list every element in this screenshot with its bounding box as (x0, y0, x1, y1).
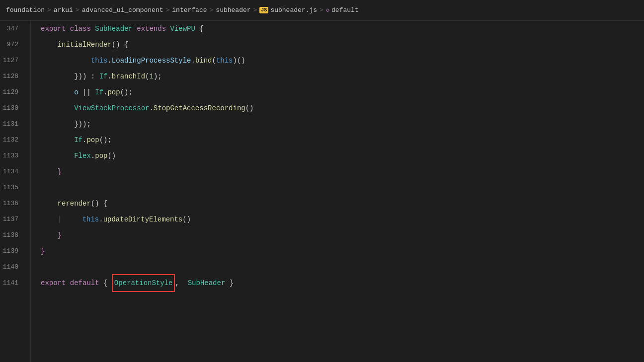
token-1: 1 (149, 69, 153, 84)
js-file-icon: JS (259, 7, 268, 13)
sep-6: > (320, 6, 323, 14)
line-num-1128: 1128 (0, 69, 24, 84)
line-num-1137: 1137 (0, 212, 24, 227)
line-num-1132: 1132 (0, 132, 24, 148)
token-closebrace1: })) : (74, 69, 99, 84)
token-indent10 (41, 196, 58, 212)
token-or: || (79, 84, 95, 100)
line-numbers: 347 972 1127 1128 1129 1130 1131 1132 11… (0, 21, 31, 362)
code-container: 347 972 1127 1128 1129 1130 1131 1132 11… (0, 21, 644, 362)
token-extends: extends (137, 21, 170, 37)
code-line-1141: export default { OperationStyle, SubHead… (41, 275, 644, 291)
code-line-empty1 (41, 291, 644, 307)
token-this1: this (91, 53, 108, 69)
code-line-1137: | this.updateDirtyElements() (41, 212, 644, 227)
token-loadingprocessstyle: LoadingProcessStyle (112, 53, 191, 69)
token-dot4: . (103, 84, 107, 100)
token-indent11 (41, 212, 58, 227)
token-semicolon1: ); (154, 69, 162, 84)
token-this2: this (216, 53, 233, 69)
token-brace: { (195, 21, 204, 37)
symbol-icon: ◇ (326, 7, 329, 14)
token-bind: bind (195, 53, 212, 69)
token-flex: Flex (74, 148, 91, 164)
token-this3: this (82, 212, 99, 227)
line-num-972: 972 (0, 37, 24, 53)
code-line-1131: })); (41, 116, 644, 132)
line-num-1141: 1141 (0, 275, 24, 291)
code-line-1139: } (41, 243, 644, 259)
code-line-1138: } (41, 227, 644, 243)
token-viewstack: ViewStackProcessor (74, 100, 149, 116)
token-stopget: StopGetAccessRecording (154, 100, 245, 116)
highlighted-operationstyle: OperationStyle (112, 274, 175, 292)
token-operationstyle: OperationStyle (114, 279, 173, 287)
token-indent13 (41, 227, 58, 243)
code-line-347: export class SubHeader extends ViewPU { (41, 21, 644, 37)
token-closebrace4: } (41, 243, 45, 259)
token-parenthis: ( (212, 53, 216, 69)
code-line-empty2 (41, 307, 644, 323)
line-num-1136: 1136 (0, 196, 24, 212)
code-line-1127: this.LoadingProcessStyle.bind(this)() (41, 53, 644, 69)
breadcrumb-advanced[interactable]: advanced_ui_component (82, 6, 163, 14)
line-num-1131: 1131 (0, 116, 24, 132)
token-dot2: . (191, 53, 195, 69)
token-updatedirty: updateDirtyElements (103, 212, 183, 227)
token-indent12 (66, 212, 82, 227)
line-num-1129: 1129 (0, 84, 24, 100)
token-rerender: rerender (58, 196, 91, 212)
token-indent5 (41, 100, 74, 116)
token-closedoublebrace: })); (74, 116, 91, 132)
line-num-1133: 1133 (0, 148, 24, 164)
line-num-1135: 1135 (0, 180, 24, 196)
breadcrumb-js-file[interactable]: JS subheader.js (259, 6, 317, 14)
breadcrumb-interface[interactable]: interface (172, 6, 207, 14)
token-paren1: () { (112, 37, 129, 53)
token-parens2: () (107, 148, 116, 164)
sep-3: > (165, 6, 169, 14)
token-if2: If (95, 84, 103, 100)
token-pop3: pop (95, 148, 107, 164)
token-class: class (70, 21, 95, 37)
token-parens: () (245, 100, 254, 116)
token-paren3: () { (91, 196, 108, 212)
token-if3: If (74, 132, 82, 148)
breadcrumb-default[interactable]: default (331, 6, 359, 14)
token-dot1: . (107, 53, 111, 69)
line-num-empty2 (0, 307, 24, 323)
code-line-1136: rerender() { (41, 196, 644, 212)
token-viewpu: ViewPU (170, 21, 195, 37)
sep-4: > (210, 6, 214, 14)
token-semi3: (); (99, 132, 112, 148)
code-line-1128: })) : If.branchId(1); (41, 69, 644, 84)
token-indent4 (41, 84, 74, 100)
token-initialrender: initialRender (58, 37, 112, 53)
code-line-1130: ViewStackProcessor.StopGetAccessRecordin… (41, 100, 644, 116)
breadcrumb-arkui[interactable]: arkui (54, 6, 73, 14)
token-dot6: . (82, 132, 86, 148)
line-num-1127: 1127 (0, 53, 24, 69)
breadcrumb-foundation[interactable]: foundation (6, 6, 45, 14)
token-pop1: pop (107, 84, 120, 100)
token-export: export (41, 21, 70, 37)
js-filename: subheader.js (270, 6, 317, 14)
code-line-1129: o || If.pop(); (41, 84, 644, 100)
code-editor: 347 972 1127 1128 1129 1130 1131 1132 11… (0, 21, 644, 362)
breadcrumb-subheader-folder[interactable]: subheader (216, 6, 250, 14)
token-closebrace3: } (58, 227, 62, 243)
token-pop2: pop (86, 132, 99, 148)
token-indent7 (41, 132, 74, 148)
token-indent3 (41, 69, 74, 84)
code-lines[interactable]: export class SubHeader extends ViewPU { … (31, 21, 644, 362)
token-export2: export (41, 275, 70, 291)
sep-1: > (47, 6, 51, 14)
code-line-972: initialRender() { (41, 37, 644, 53)
token-paren2: ( (145, 69, 149, 84)
token-indent8 (41, 148, 74, 164)
token-indent6 (41, 116, 74, 132)
token-default: default (70, 275, 103, 291)
token-indent1 (41, 37, 58, 53)
code-line-1134: } (41, 164, 644, 180)
token-dot8: . (99, 212, 103, 227)
